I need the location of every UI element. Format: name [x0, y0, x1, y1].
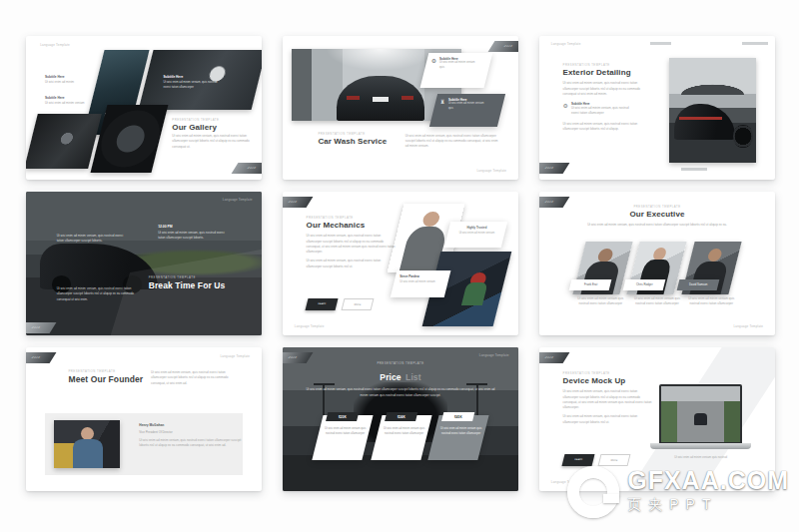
gallery-subtitle-1-label: Subtitle Here — [45, 75, 74, 79]
car-taillight-left — [347, 96, 359, 100]
wrench-icon: ⚙ — [563, 102, 568, 117]
carwash-card-2-label: Subtitle Here — [448, 98, 486, 102]
photo-head — [421, 212, 441, 227]
mechanics-eyebrow: PRESENTATION TEMPLATE — [307, 216, 397, 220]
mechanics-card-top-text: Ut wisi enim ad minim veniam — [452, 232, 501, 235]
car-taillight-right — [401, 96, 413, 100]
photo-rear-wheel — [733, 125, 752, 148]
slide-thumbnail-car-wash-service[interactable]: 2019 ⚙ Subtitle Here Ut wisi enim ad min… — [283, 36, 518, 180]
founder-name: Henry McGahan — [139, 423, 243, 427]
gear-icon: ⚙ — [430, 57, 435, 70]
executive-desc-2: Ut wisi enim ad minim veniam quis nostru… — [631, 296, 683, 307]
gallery-subtitle-2-label: Subtitle Here — [45, 96, 85, 100]
slide-thumbnail-our-executive[interactable]: 2019 PRESENTATION TEMPLATE Our Executive… — [539, 192, 775, 335]
carwash-eyebrow: PRESENTATION TEMPLATE — [318, 132, 387, 136]
founder-info: Henry McGahan Vice President Of Director… — [139, 423, 243, 448]
gallery-overlay-caption: Ut wisi enim ad minim veniam, quis nostr… — [164, 81, 224, 91]
slide-thumbnail-our-mechanics[interactable]: 2019 PRESENTATION TEMPLATE Our Mechanics… — [283, 192, 518, 335]
breaktime-left-text: Ut wisi enim ad minim veniam, quis nostr… — [57, 234, 128, 245]
executive-desc-1: Ut wisi enim ad minim veniam quis nostru… — [574, 296, 626, 307]
more-button: More — [597, 454, 630, 466]
watermark-subtitle: 页夹PPT — [627, 496, 789, 514]
mechanics-buttons: Learn More — [307, 298, 373, 310]
founder-bio: Ut wisi enim ad minim veniam, quis nostr… — [139, 438, 243, 449]
page-tab-label: 2019 — [288, 201, 298, 204]
gallery-subtitle-2-text: Ut wisi enim ad minim veniam — [45, 101, 85, 106]
executive-eyebrow: PRESENTATION TEMPLATE — [539, 205, 775, 209]
founder-photo — [54, 420, 120, 468]
page-tab: 2019 — [232, 163, 262, 174]
device-body-1: Ut wisi enim ad minim veniam, quis nostr… — [563, 389, 653, 410]
slide-thumbnail-break-time[interactable]: Language Template Ut wisi enim ad minim … — [26, 192, 262, 335]
device-body-2: Ut wisi enim ad minim veniam, quis nostr… — [563, 414, 653, 425]
photo-car-body — [674, 104, 735, 140]
price-body: Ut wisi enim ad minim veniam, quis nostr… — [304, 387, 497, 398]
slide-thumbnail-our-gallery[interactable]: Language Template Subtitle Here Ut wisi … — [26, 36, 262, 180]
slide-thumbnail-meet-our-founder[interactable]: 2019 Language Template PRESENTATION TEMP… — [26, 347, 262, 491]
breaktime-eyebrow: PRESENTATION TEMPLATE — [149, 275, 226, 279]
device-buttons: Learn More — [563, 454, 629, 466]
mechanics-body-2: Ut wisi enim ad minim veniam, quis nostr… — [307, 259, 397, 269]
breaktime-bottom-text: Ut wisi enim ad minim veniam, quis nostr… — [57, 286, 137, 302]
gallery-photo-interior: Subtitle Here Ut wisi enim ad minim veni… — [139, 50, 262, 110]
photo-head — [81, 427, 94, 440]
exterior-photo-car — [669, 58, 756, 163]
mechanics-card-name-text: Ut wisi enim ad minim veniam — [400, 280, 443, 283]
mechanics-card-name: Steve Pardew Ut wisi enim ad minim venia… — [390, 270, 450, 297]
language-template-label: Language Template — [223, 198, 253, 202]
slide-gallery-page: Language Template Subtitle Here Ut wisi … — [0, 0, 799, 532]
photo-head — [706, 249, 723, 262]
language-template-label: Language Template — [479, 353, 509, 357]
exterior-eyebrow: PRESENTATION TEMPLATE — [563, 63, 653, 67]
slide-thumbnail-exterior-detailing[interactable]: Language Template PRESENTATION TEMPLATE … — [539, 36, 775, 180]
device-eyebrow: PRESENTATION TEMPLATE — [563, 371, 653, 375]
breaktime-right-block: 12.00 PM Ut wisi enim ad minim veniam, q… — [158, 225, 229, 241]
page-tab-label: 2019 — [288, 356, 298, 359]
page-tab-label: 2019 — [503, 45, 513, 48]
gallery-subtitle-2: Subtitle Here Ut wisi enim ad minim veni… — [45, 96, 85, 106]
executive-title: Our Executive — [539, 210, 775, 219]
gallery-subtitle-1-text: Ut wisi enim ad minim — [45, 80, 74, 85]
carwash-card-2: ♜ Subtitle Here Ut wisi enim ad minim ve… — [429, 94, 506, 127]
founder-role: Vice President Of Director — [139, 430, 243, 434]
learn-button: Learn — [305, 298, 338, 310]
language-template-label: Language Template — [734, 324, 764, 328]
device-text-block: PRESENTATION TEMPLATE Device Mock Up Ut … — [563, 371, 653, 425]
laptop-base — [650, 443, 751, 448]
page-tab: 2019 — [539, 163, 569, 174]
mechanics-card-name-label: Steve Pardew — [400, 274, 443, 278]
mechanics-text-block: PRESENTATION TEMPLATE Our Mechanics Ut w… — [307, 216, 397, 269]
car-license-plate — [373, 97, 389, 102]
slide-thumbnail-device-mock-up[interactable]: 2019 PRESENTATION TEMPLATE Device Mock U… — [539, 347, 775, 491]
slide-thumbnail-price[interactable]: 2019 Language Template PRESENTATION TEMP… — [283, 347, 518, 491]
founder-body: Ut wisi enim ad minim veniam, quis nostr… — [151, 370, 241, 386]
carwash-foam — [326, 49, 434, 71]
gallery-eyebrow: PRESENTATION TEMPLATE — [172, 118, 250, 122]
photo-green-vest — [461, 283, 488, 305]
page-tab: 2019 — [539, 352, 569, 363]
page-tab-label: 2019 — [31, 356, 41, 359]
page-tab: 2019 — [283, 197, 313, 208]
gallery-subtitle-1: Subtitle Here Ut wisi enim ad minim — [45, 75, 74, 85]
price-header: PRESENTATION TEMPLATE Price List Ut wisi… — [283, 361, 518, 398]
breaktime-title-block: PRESENTATION TEMPLATE Break Time For Us — [149, 275, 226, 290]
decor-bar — [742, 42, 768, 45]
carwash-body: Ut wisi enim ad minim veniam, quis nostr… — [405, 134, 502, 150]
photo-taillight-strip — [679, 117, 722, 120]
device-caption: Ut wisi enim ad minim veniam quis nostru… — [652, 455, 749, 459]
carwash-card-2-inner: ♜ Subtitle Here Ut wisi enim ad minim ve… — [435, 94, 503, 115]
founder-eyebrow: PRESENTATION TEMPLATE — [68, 369, 143, 373]
executive-nametag-3: David Samson — [677, 279, 720, 290]
price-title-accent: List — [405, 372, 421, 382]
executive-nametag-2: Chris Rodger — [623, 279, 666, 290]
more-button: More — [341, 298, 374, 310]
carwash-car-silhouette — [337, 76, 424, 121]
exterior-title: Exterior Detailing — [563, 68, 653, 77]
learn-button: Learn — [561, 454, 594, 466]
executive-body: Ut wisi enim ad minim veniam, quis nostr… — [563, 223, 752, 228]
exterior-subtitle-row: ⚙ Subtitle Here Ut wisi enim ad minim ve… — [563, 102, 653, 117]
language-template-label: Language Template — [40, 43, 70, 47]
laptop-display — [661, 386, 741, 442]
language-template-label: Language Template — [551, 42, 581, 46]
founder-title-block: PRESENTATION TEMPLATE Meet Our Founder — [68, 369, 143, 384]
